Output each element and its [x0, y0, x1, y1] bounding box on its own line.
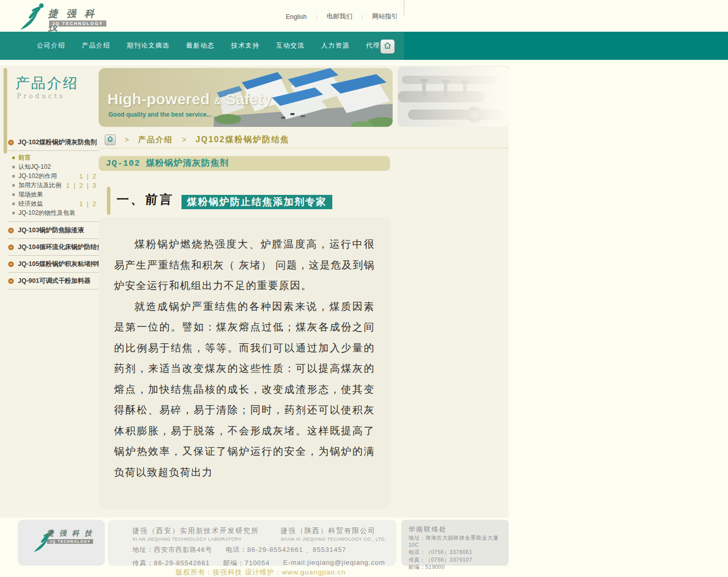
subitem-label: 经济效益 — [18, 199, 43, 208]
sidebar-item-label: JQ-103锅炉防焦除渣液 — [18, 226, 84, 235]
site-header: 捷 强 科 技 JQ TECHNOLOGY English ： 电邮我们 ： 网… — [0, 0, 728, 32]
subitem-label: JQ-102的作用 — [18, 172, 57, 181]
footer-logo-text-cn: 捷 强 科 技 — [47, 529, 94, 538]
pagination-links[interactable]: 1 | 2 — [79, 172, 99, 180]
breadcrumb-link-products[interactable]: 产品介绍 — [138, 135, 173, 145]
breadcrumb-separator: > — [125, 136, 129, 144]
pagination-links[interactable]: 1 | 2 | 3 — [66, 182, 99, 189]
footer-contact-line-1: 地址：西安市西影路46号 电话：86-29-85542661 、85531457 — [132, 545, 396, 554]
footer-phone: 电话：86-29-85542661 、85531457 — [225, 545, 346, 554]
logo-text-en: JQ TECHNOLOGY — [49, 20, 106, 27]
footer-contact-line-2: 传真：86-29-85542661 邮编：710054 E-mail:jieqi… — [132, 559, 396, 568]
breadcrumb-divider — [99, 148, 509, 148]
sidebar-item-label: JQ-901可调式干粉加料器 — [18, 277, 90, 285]
sidebar-item-jq102[interactable]: » JQ-102煤粉锅炉清灰防焦剂 — [7, 134, 99, 150]
breadcrumb: > 产品介绍 > JQ102煤粉锅炉防结焦 — [105, 134, 289, 146]
subitem-label: 加用方法及比例 — [18, 181, 61, 190]
footer-fax: 传真：86-29-85542661 — [132, 559, 210, 568]
south-office-address: 地址：珠海吉大园林路金景商业大厦10C — [408, 535, 509, 548]
square-bullet-icon — [12, 212, 15, 214]
nav-item-journal[interactable]: 期刊论文摘选 — [127, 41, 170, 50]
home-icon — [107, 135, 113, 144]
footer-logo-box: 捷 强 科 技 JQ TECHNOLOGY — [18, 520, 105, 566]
sidebar-item-jq104[interactable]: » JQ-104循环流化床锅炉防结焦剂 — [7, 239, 99, 255]
square-bullet-icon — [12, 184, 15, 187]
subitem-label: JQ-102的物性及包装 — [18, 209, 75, 217]
banner-factory-image: High-powered & Safety Good quality and t… — [99, 68, 393, 127]
sidebar-subitem-function[interactable]: JQ-102的作用 1 | 2 — [12, 171, 99, 181]
sidebar-subitem-field-effect[interactable]: 现场效果 — [12, 190, 99, 199]
breadcrumb-current-page: JQ102煤粉锅炉防结焦 — [195, 135, 289, 145]
company-name-en: SHAN XI JIEQIANG TECHNOLOGY CO., LTD. — [281, 537, 386, 542]
designer-site-link[interactable]: www.guangjiao.cn — [282, 568, 346, 576]
sidebar-subitem-dosage[interactable]: 加用方法及比例 1 | 2 | 3 — [12, 181, 99, 190]
copyright-text: 版权所有：接强科技 设计维护： — [176, 568, 282, 576]
square-bullet-icon — [12, 193, 15, 196]
sidebar-item-jq901[interactable]: » JQ-901可调式干粉加料器 — [7, 273, 99, 289]
header-divider — [404, 0, 404, 15]
home-icon — [383, 41, 392, 52]
logo-swoosh-icon — [18, 24, 45, 32]
sidebar-sublist: 前言 认知JQ-102 JQ-102的作用 1 | 2 加用方法及比例 1 | … — [7, 151, 99, 221]
arrow-bullet-icon: » — [8, 228, 14, 233]
sidebar-menu: » JQ-102煤粉锅炉清灰防焦剂 前言 认知JQ-102 JQ-102的作用 … — [7, 134, 99, 290]
subitem-label: 现场效果 — [18, 190, 43, 199]
paragraph-2: 就造成锅炉严重结焦的各种因素来说，煤质因素是第一位的。譬如：煤灰熔点过低；煤灰各… — [114, 296, 375, 483]
nav-item-interaction[interactable]: 互动交流 — [276, 41, 305, 50]
square-bullet-icon — [12, 157, 15, 159]
arrow-bullet-icon: » — [8, 261, 14, 267]
breadcrumb-separator: > — [182, 136, 186, 144]
section-accent-bar — [107, 187, 110, 215]
link-sitemap[interactable]: 网站指引 — [372, 12, 398, 21]
sidebar-subitem-properties[interactable]: JQ-102的物性及包装 — [12, 208, 99, 217]
footer-company-1: 捷强（西安）实用新技术开发研究所 XI AN JIEQIANG TECHNOLO… — [132, 526, 259, 542]
sidebar-item-jq103[interactable]: » JQ-103锅炉防焦除渣液 — [7, 222, 99, 238]
sidebar-subitem-know-jq102[interactable]: 认知JQ-102 — [12, 162, 99, 171]
paragraph-1: 煤粉锅炉燃烧热强度大、炉膛温度高，运行中很易产生严重结焦和积灰（ 灰堵） 问题，… — [114, 234, 375, 296]
nav-item-products[interactable]: 产品介绍 — [82, 41, 110, 50]
subitem-label: 前言 — [18, 153, 31, 162]
square-bullet-icon — [12, 175, 15, 177]
breadcrumb-home-button[interactable] — [105, 135, 116, 145]
arrow-bullet-icon: » — [8, 140, 14, 145]
page-title: JQ-102 煤粉锅炉清灰防焦剂 — [99, 159, 229, 168]
sidebar-subitem-foreword[interactable]: 前言 — [12, 153, 99, 162]
footer-logo-text-en: JQ TECHNOLOGY — [47, 539, 93, 544]
pagination-links[interactable]: 1 | 2 — [79, 200, 99, 208]
banner-title: High-powered & Safety — [107, 91, 271, 108]
nav-item-company[interactable]: 公司介绍 — [37, 41, 65, 50]
nav-item-hr[interactable]: 人力资源 — [321, 41, 350, 50]
link-english[interactable]: English — [286, 13, 307, 20]
page-title-bar: JQ-102 煤粉锅炉清灰防焦剂 — [99, 156, 390, 171]
square-bullet-icon — [12, 166, 15, 168]
footer-zip: 邮编：710054 — [223, 559, 269, 568]
sidebar-subtitle: Products — [17, 93, 65, 100]
company-name-cn: 捷强（西安）实用新技术开发研究所 — [132, 526, 259, 536]
footer-company-names: 捷强（西安）实用新技术开发研究所 XI AN JIEQIANG TECHNOLO… — [132, 526, 396, 542]
sidebar-subitem-economic[interactable]: 经济效益 1 | 2 — [12, 199, 99, 208]
nav-item-news[interactable]: 最新动态 — [186, 41, 215, 50]
nav-item-tech-support[interactable]: 技术支持 — [231, 41, 260, 50]
image-fade-overlay — [398, 66, 509, 127]
sidebar-item-label: JQ-105煤粉锅炉积灰粘堵抑制剂 — [18, 260, 109, 269]
sidebar-item-jq105[interactable]: » JQ-105煤粉锅炉积灰粘堵抑制剂 — [7, 256, 99, 272]
footer-company-2: 捷强（陕西）科贸有限公司 SHAN XI JIEQIANG TECHNOLOGY… — [281, 526, 386, 542]
footer-email-link[interactable]: E-mail:jieqiang@jieqiang.com — [283, 559, 385, 568]
header-links: English ： 电邮我们 ： 网站指引 — [286, 12, 398, 21]
banner-equipment-image — [398, 66, 509, 127]
nav-items: 公司介绍 产品介绍 期刊论文摘选 最新动态 技术支持 互动交流 人力资源 代理合… — [37, 32, 395, 60]
sidebar-accent-bar — [4, 68, 7, 153]
square-bullet-icon — [12, 203, 15, 205]
sidebar-item-label: JQ-104循环流化床锅炉防结焦剂 — [18, 243, 109, 252]
sidebar-item-label: JQ-102煤粉锅炉清灰防焦剂 — [18, 138, 97, 147]
south-office-phone: 电话：（0756）3378061 — [408, 549, 509, 556]
site-logo[interactable]: 捷 强 科 技 JQ TECHNOLOGY — [18, 2, 110, 32]
main-nav: 公司介绍 产品介绍 期刊论文摘选 最新动态 技术支持 互动交流 人力资源 代理合… — [0, 32, 728, 60]
home-button[interactable] — [380, 39, 395, 54]
subitem-label: 认知JQ-102 — [18, 163, 51, 171]
section-title: 一、前言 — [116, 191, 174, 208]
arrow-bullet-icon: » — [8, 245, 14, 250]
link-email-us[interactable]: 电邮我们 — [327, 12, 352, 21]
section-badge: 煤粉锅炉防止结焦添加剂专家 — [181, 195, 332, 209]
footer-address: 地址：西安市西影路46号 — [132, 545, 212, 554]
